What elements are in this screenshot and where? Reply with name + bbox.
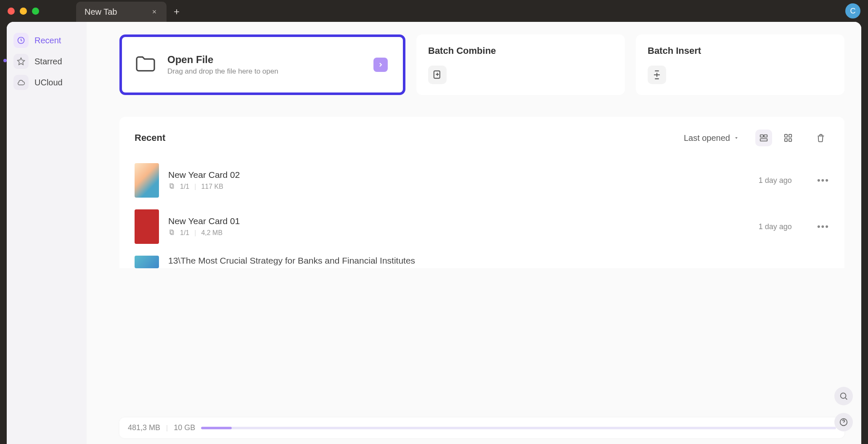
help-button[interactable]	[834, 413, 853, 431]
sort-dropdown[interactable]: Last opened	[684, 133, 739, 143]
sort-label: Last opened	[684, 133, 730, 143]
tab-label: New Tab	[85, 7, 117, 17]
svg-rect-5	[785, 135, 787, 137]
svg-rect-8	[789, 139, 791, 141]
action-row: Open File Drag and drop the file here to…	[119, 34, 844, 95]
tab-new-tab[interactable]: New Tab	[76, 2, 167, 22]
storage-progress	[201, 427, 836, 429]
pages-icon	[168, 182, 175, 191]
batch-combine-card[interactable]: Batch Combine	[416, 34, 625, 95]
trash-button[interactable]	[812, 130, 829, 146]
sidebar-indicator-dot	[3, 59, 7, 62]
file-size: 117 KB	[201, 183, 223, 190]
svg-rect-2	[760, 135, 763, 137]
clock-icon	[13, 33, 29, 48]
file-more-button[interactable]: •••	[817, 221, 829, 232]
batch-insert-card[interactable]: Batch Insert	[636, 34, 844, 95]
svg-point-13	[841, 393, 846, 399]
open-file-title: Open File	[167, 54, 363, 66]
file-name: New Year Card 02	[168, 170, 759, 180]
file-meta: 1/1 | 117 KB	[168, 182, 759, 191]
titlebar: New Tab C	[0, 0, 868, 22]
file-thumbnail	[135, 163, 159, 198]
file-name: New Year Card 01	[168, 216, 759, 226]
maximize-window-button[interactable]	[32, 8, 39, 15]
sidebar-item-ucloud[interactable]: UCloud	[13, 75, 80, 90]
file-time: 1 day ago	[759, 176, 792, 185]
new-tab-button[interactable]	[167, 2, 187, 22]
file-thumbnail	[135, 256, 159, 268]
view-list-button[interactable]	[755, 130, 772, 146]
search-button[interactable]	[834, 387, 853, 405]
sidebar-item-recent[interactable]: Recent	[13, 33, 80, 48]
avatar[interactable]: C	[845, 3, 860, 18]
file-more-button[interactable]: •••	[817, 175, 829, 186]
sidebar: Recent Starred UCloud	[7, 22, 87, 444]
file-meta: 1/1 | 4,2 MB	[168, 229, 759, 237]
open-file-dropzone[interactable]: Open File Drag and drop the file here to…	[119, 34, 405, 95]
open-file-arrow-button[interactable]	[373, 58, 388, 72]
file-row[interactable]: New Year Card 02 1/1 | 117 KB 1 day ago …	[135, 163, 829, 198]
svg-rect-3	[764, 135, 767, 137]
batch-combine-title: Batch Combine	[428, 45, 613, 56]
recent-panel: Recent Last opened	[119, 117, 844, 268]
window-traffic-lights	[8, 8, 39, 15]
recent-heading: Recent	[135, 132, 165, 143]
sidebar-item-starred[interactable]: Starred	[13, 54, 80, 69]
floating-buttons	[834, 387, 853, 431]
batch-insert-title: Batch Insert	[648, 45, 833, 56]
storage-bar: 481,3 MB | 10 GB	[119, 418, 844, 438]
avatar-letter: C	[850, 7, 856, 16]
close-tab-button[interactable]	[151, 8, 158, 16]
recent-header: Recent Last opened	[135, 130, 829, 146]
svg-rect-7	[785, 139, 787, 141]
file-time: 1 day ago	[759, 222, 792, 231]
svg-rect-4	[760, 139, 767, 141]
minimize-window-button[interactable]	[20, 8, 27, 15]
folder-icon	[134, 52, 157, 77]
file-row[interactable]: 13\The Most Crucial Strategy for Banks a…	[135, 256, 829, 268]
star-icon	[13, 54, 29, 69]
main-area: Open File Drag and drop the file here to…	[87, 22, 861, 444]
open-file-subtitle: Drag and drop the file here to open	[167, 67, 363, 76]
svg-rect-6	[789, 135, 791, 137]
sidebar-item-label: Recent	[34, 36, 61, 45]
file-pages: 1/1	[180, 183, 189, 190]
sidebar-item-label: Starred	[34, 57, 62, 66]
close-window-button[interactable]	[8, 8, 15, 15]
file-thumbnail	[135, 209, 159, 244]
file-row[interactable]: New Year Card 01 1/1 | 4,2 MB 1 day ago …	[135, 209, 829, 244]
storage-used: 481,3 MB	[128, 423, 160, 432]
combine-icon	[428, 66, 447, 84]
file-list: New Year Card 02 1/1 | 117 KB 1 day ago …	[135, 163, 829, 268]
pages-icon	[168, 229, 175, 237]
cloud-icon	[13, 75, 29, 90]
chevron-down-icon	[733, 133, 739, 143]
app-window: Recent Starred UCloud Open File Drag	[7, 22, 861, 444]
insert-icon	[648, 66, 666, 84]
file-name: 13\The Most Crucial Strategy for Banks a…	[168, 256, 829, 266]
sidebar-item-label: UCloud	[34, 78, 63, 87]
storage-total: 10 GB	[174, 423, 195, 432]
storage-progress-fill	[201, 427, 231, 429]
file-size: 4,2 MB	[201, 229, 222, 237]
view-grid-button[interactable]	[780, 130, 797, 146]
file-pages: 1/1	[180, 229, 189, 237]
